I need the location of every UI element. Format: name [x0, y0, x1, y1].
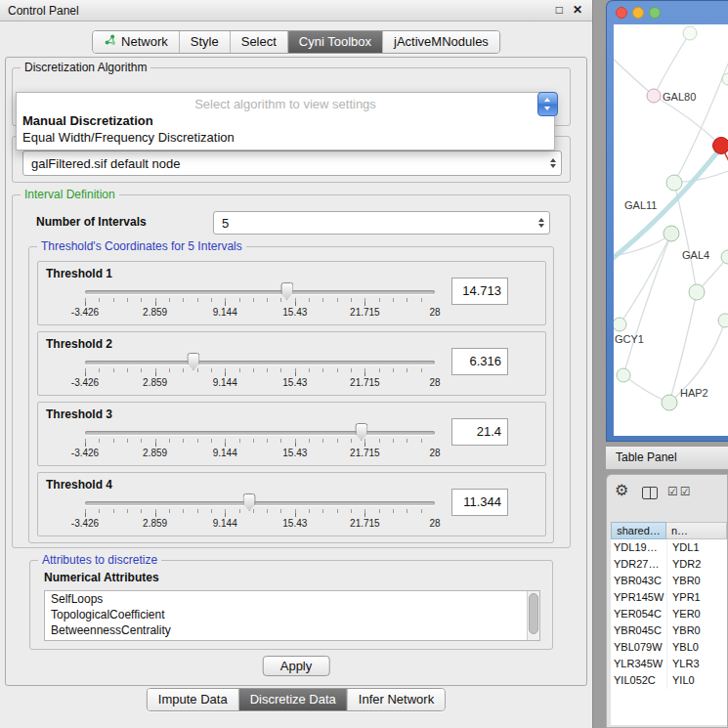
- network-node-selected-red[interactable]: [713, 138, 728, 154]
- table-header-row: shared… n…: [611, 522, 727, 539]
- slider-track[interactable]: [85, 290, 435, 294]
- table-rows: YDL19…YDL1 YDR27…YDR2 YBR043CYBR0 YPR145…: [611, 539, 727, 725]
- tab-infer-network[interactable]: Infer Network: [348, 689, 445, 710]
- threshold-4-value-field[interactable]: 11.344: [451, 489, 508, 516]
- table-row[interactable]: YBL079WYBL0: [611, 639, 727, 656]
- network-node-hap2[interactable]: [662, 395, 677, 410]
- list-item[interactable]: BetweennessCentrality: [45, 622, 539, 638]
- network-node[interactable]: [721, 250, 728, 264]
- threshold-2-slider[interactable]: -3.426 2.859 9.144 15.43 21.715 28: [85, 358, 435, 391]
- table-panel-header[interactable]: Table Panel: [606, 446, 728, 470]
- column-header-name[interactable]: n…: [666, 522, 727, 539]
- scale-label: 15.43: [282, 307, 307, 318]
- scale-label: -3.426: [71, 377, 99, 388]
- gear-icon[interactable]: ⚙: [615, 483, 628, 498]
- threshold-3-value-field[interactable]: 21.4: [451, 418, 508, 446]
- close-icon[interactable]: ✕: [573, 3, 582, 17]
- threshold-coordinates-group: Threshold's Coordinates for 5 Intervals …: [28, 246, 554, 543]
- table-row[interactable]: YIL052CYIL0: [611, 672, 727, 689]
- cell: YDR27…: [611, 556, 666, 573]
- list-scrollbar[interactable]: [527, 591, 539, 640]
- cyni-toolbox-panel: Discretization Algorithm Select algorith…: [5, 57, 587, 686]
- algorithm-item-equal-width[interactable]: Equal Width/Frequency Discretization: [17, 129, 554, 146]
- network-node-gcy1[interactable]: [614, 318, 626, 331]
- scale-label: 2.859: [143, 448, 167, 458]
- table-row[interactable]: YBR045CYBR0: [611, 622, 727, 639]
- threshold-1-slider[interactable]: -3.426 2.859 9.144 15.43 21.715 28: [85, 287, 435, 321]
- tab-select[interactable]: Select: [231, 31, 288, 53]
- threshold-3-slider[interactable]: -3.426 2.859 9.144 15.43 21.715 28: [85, 428, 435, 461]
- threshold-2-label: Threshold 2: [46, 337, 112, 351]
- table-row[interactable]: YDL19…YDL1: [611, 539, 727, 556]
- threshold-4-box: Threshold 4 -3.426 2.859 9.144 15.43 21.…: [37, 472, 546, 536]
- scale-label: 2.859: [143, 307, 167, 318]
- table-data-combo[interactable]: galFiltered.sif default node: [22, 150, 562, 176]
- interval-definition-group: Interval Definition Number of Intervals …: [12, 194, 571, 548]
- network-node[interactable]: [617, 368, 630, 382]
- threshold-3-label: Threshold 3: [46, 407, 112, 421]
- column-header-shared-name[interactable]: shared…: [611, 522, 666, 539]
- threshold-1-value-field[interactable]: 14.713: [451, 278, 508, 305]
- network-icon: [104, 31, 116, 53]
- combo-up-arrow-icon: [544, 98, 550, 102]
- network-node-gal4[interactable]: [664, 226, 679, 241]
- network-node-gal80[interactable]: [647, 89, 661, 103]
- slider-scale: -3.426 2.859 9.144 15.43 21.715 28: [85, 448, 435, 459]
- network-node[interactable]: [718, 314, 728, 327]
- scale-label: 28: [429, 448, 440, 458]
- threshold-1-box: Threshold 1 -3.426 2.859 9.144 15.43 21.…: [37, 261, 546, 325]
- float-window-icon[interactable]: □: [556, 3, 563, 17]
- slider-track[interactable]: [85, 431, 435, 435]
- table-row[interactable]: YER054CYER0: [611, 606, 727, 622]
- scale-label: -3.426: [71, 448, 99, 458]
- algorithm-combo-arrows[interactable]: [537, 92, 558, 116]
- tab-network[interactable]: Network: [93, 31, 180, 53]
- table-row[interactable]: YPR145WYPR1: [611, 589, 727, 606]
- table-row[interactable]: YDR27…YDR2: [611, 556, 727, 573]
- table-row[interactable]: YBR043CYBR0: [611, 573, 727, 589]
- mac-minimize-button[interactable]: [632, 7, 644, 19]
- number-of-intervals-combo[interactable]: 5: [213, 211, 550, 235]
- apply-button[interactable]: Apply: [263, 656, 330, 676]
- threshold-2-value-field[interactable]: 6.316: [451, 348, 508, 375]
- tab-impute-data[interactable]: Impute Data: [148, 689, 239, 710]
- tab-infer-label: Infer Network: [359, 689, 434, 710]
- tab-discretize-data[interactable]: Discretize Data: [239, 689, 348, 710]
- network-node[interactable]: [683, 26, 697, 40]
- threshold-1-label: Threshold 1: [46, 267, 112, 280]
- scale-label: 28: [429, 518, 440, 529]
- tab-cyni-toolbox[interactable]: Cyni Toolbox: [288, 31, 383, 53]
- number-of-intervals-value: 5: [222, 212, 229, 234]
- slider-scale: -3.426 2.859 9.144 15.43 21.715 28: [85, 307, 435, 319]
- table-row[interactable]: YLR345WYLR3: [611, 656, 727, 672]
- cell: YBL079W: [611, 639, 666, 656]
- list-item[interactable]: SelfLoops: [45, 591, 539, 607]
- threshold-4-slider[interactable]: -3.426 2.859 9.144 15.43 21.715 28: [85, 498, 435, 532]
- list-item[interactable]: TopologicalCoefficient: [45, 607, 539, 622]
- select-columns-checkbox-icons[interactable]: ☑☑: [667, 485, 693, 498]
- tab-jactivemnodules[interactable]: jActiveMNodules: [383, 31, 499, 53]
- scale-label: 15.43: [282, 518, 307, 529]
- cell: YBR0: [666, 622, 727, 639]
- tab-style[interactable]: Style: [180, 31, 231, 53]
- network-node[interactable]: [689, 284, 705, 300]
- columns-icon[interactable]: [642, 487, 658, 499]
- scrollbar-thumb[interactable]: [529, 593, 538, 634]
- interval-definition-group-title: Interval Definition: [21, 188, 119, 201]
- scale-label: 21.715: [350, 518, 380, 529]
- mac-zoom-button[interactable]: [649, 7, 661, 19]
- slider-scale: -3.426 2.859 9.144 15.43 21.715 28: [85, 377, 435, 389]
- slider-track[interactable]: [85, 361, 435, 364]
- algorithm-item-manual-discretization[interactable]: Manual Discretization: [17, 112, 554, 129]
- slider-scale: -3.426 2.859 9.144 15.43 21.715 28: [85, 518, 435, 530]
- scale-label: 21.715: [350, 307, 380, 318]
- slider-track[interactable]: [85, 501, 435, 505]
- tab-select-label: Select: [241, 31, 277, 53]
- control-panel-window: Control Panel □ ✕ Network Style Select C…: [0, 0, 593, 728]
- mac-close-button[interactable]: [616, 7, 627, 19]
- network-node[interactable]: [666, 175, 682, 191]
- number-of-intervals-label: Number of Intervals: [36, 215, 147, 229]
- network-canvas[interactable]: GAL80 GAL11 GAL4 GCY1 HAP2: [614, 24, 728, 436]
- cell: YBR045C: [611, 622, 666, 639]
- slider-ticks: [85, 298, 435, 306]
